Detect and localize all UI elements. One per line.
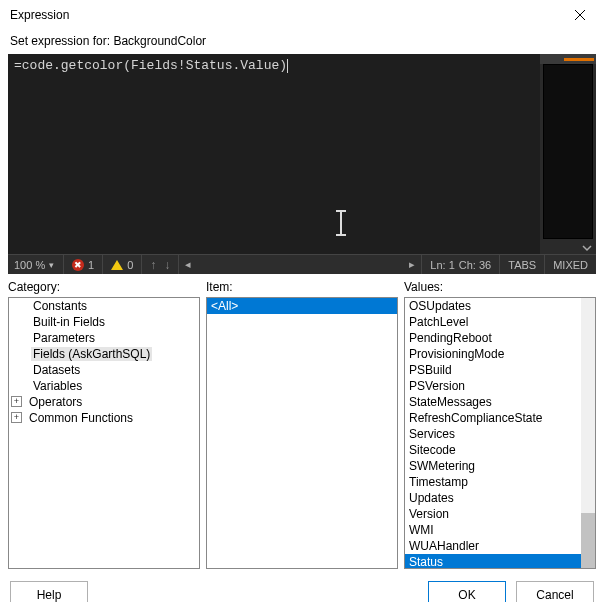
dialog-footer: Help OK Cancel xyxy=(0,573,604,602)
chevron-down-icon xyxy=(582,243,592,253)
list-item[interactable]: Sitecode xyxy=(405,442,595,458)
list-item[interactable]: PSVersion xyxy=(405,378,595,394)
nav-arrows: ↑ ↓ xyxy=(142,255,179,274)
list-item[interactable]: ProvisioningMode xyxy=(405,346,595,362)
warning-icon xyxy=(111,260,123,270)
tree-item[interactable]: Built-in Fields xyxy=(9,314,199,330)
list-item[interactable]: PSBuild xyxy=(405,362,595,378)
values-label: Values: xyxy=(404,280,596,297)
minimap xyxy=(540,54,596,254)
error-number: 1 xyxy=(88,259,94,271)
error-count[interactable]: ✖ 1 xyxy=(64,255,103,274)
scrollbar-thumb[interactable] xyxy=(581,513,595,568)
close-button[interactable] xyxy=(562,1,598,29)
window-title: Expression xyxy=(10,8,69,22)
list-item[interactable]: WMI xyxy=(405,522,595,538)
minimap-header xyxy=(540,54,596,64)
zoom-value: 100 % xyxy=(14,259,45,271)
scroll-left-icon[interactable]: ◂ xyxy=(185,258,191,271)
category-label: Category: xyxy=(8,280,200,297)
scroll-right-icon[interactable]: ▸ xyxy=(409,258,415,271)
dialog-subtitle: Set expression for: BackgroundColor xyxy=(0,30,604,54)
tree-item-label: Common Functions xyxy=(27,411,135,425)
ibeam-cursor-icon xyxy=(334,209,348,237)
error-icon: ✖ xyxy=(72,259,84,271)
editor-statusbar: 100 % ▾ ✖ 1 0 ↑ ↓ ◂ ▸ Ln: 1 Ch: 36 TABS … xyxy=(8,254,596,274)
item-column: Item: <All> xyxy=(206,280,398,569)
picker-columns: Category: ConstantsBuilt-in FieldsParame… xyxy=(0,274,604,573)
close-icon xyxy=(574,9,586,21)
line-label: Ln: 1 xyxy=(430,259,454,271)
list-item[interactable]: PatchLevel xyxy=(405,314,595,330)
cancel-button[interactable]: Cancel xyxy=(516,581,594,602)
tree-item[interactable]: Datasets xyxy=(9,362,199,378)
category-column: Category: ConstantsBuilt-in FieldsParame… xyxy=(8,280,200,569)
list-item[interactable]: Updates xyxy=(405,490,595,506)
warning-count[interactable]: 0 xyxy=(103,255,142,274)
expression-editor: =code.getcolor(Fields!Status.Value) xyxy=(8,54,596,254)
category-tree[interactable]: ConstantsBuilt-in FieldsParametersFields… xyxy=(8,297,200,569)
tree-item[interactable]: +Common Functions xyxy=(9,410,199,426)
tree-expander-icon[interactable]: + xyxy=(11,396,22,407)
tree-item[interactable]: Constants xyxy=(9,298,199,314)
list-item[interactable]: SWMetering xyxy=(405,458,595,474)
list-item[interactable]: OSUpdates xyxy=(405,298,595,314)
tabs-mode[interactable]: TABS xyxy=(500,255,545,274)
values-scrollbar[interactable] xyxy=(581,298,595,568)
col-label: Ch: 36 xyxy=(459,259,491,271)
list-item[interactable]: WUAHandler xyxy=(405,538,595,554)
zoom-control[interactable]: 100 % ▾ xyxy=(8,255,64,274)
item-list[interactable]: <All> xyxy=(206,297,398,569)
tree-item-label: Operators xyxy=(27,395,84,409)
list-item[interactable]: Status xyxy=(405,554,595,569)
values-column: Values: OSDiskFreeSpaceOSUpdatesPatchLev… xyxy=(404,280,596,569)
tree-item-label: Variables xyxy=(31,379,84,393)
list-item[interactable]: Timestamp xyxy=(405,474,595,490)
tree-item[interactable]: +Operators xyxy=(9,394,199,410)
edit-marker-icon xyxy=(564,58,594,61)
item-label: Item: xyxy=(206,280,398,297)
tree-item-label: Parameters xyxy=(31,331,97,345)
chevron-down-icon: ▾ xyxy=(49,260,54,270)
text-cursor xyxy=(287,59,288,73)
tree-item-label: Constants xyxy=(31,299,89,313)
code-area[interactable]: =code.getcolor(Fields!Status.Value) xyxy=(8,54,540,254)
list-item[interactable]: StateMessages xyxy=(405,394,595,410)
list-item[interactable]: RefreshComplianceState xyxy=(405,410,595,426)
list-item[interactable]: PendingReboot xyxy=(405,330,595,346)
values-list[interactable]: OSDiskFreeSpaceOSUpdatesPatchLevelPendin… xyxy=(404,297,596,569)
warning-number: 0 xyxy=(127,259,133,271)
help-button[interactable]: Help xyxy=(10,581,88,602)
tree-item[interactable]: Fields (AskGarthSQL) xyxy=(9,346,199,362)
cursor-position: Ln: 1 Ch: 36 xyxy=(422,255,500,274)
horizontal-scrollbar[interactable]: ◂ ▸ xyxy=(179,255,422,274)
arrow-down-icon[interactable]: ↓ xyxy=(164,258,170,272)
minimap-scroll-down[interactable] xyxy=(540,242,596,254)
titlebar: Expression xyxy=(0,0,604,30)
list-item[interactable]: Version xyxy=(405,506,595,522)
list-item[interactable]: Services xyxy=(405,426,595,442)
minimap-body[interactable] xyxy=(543,64,593,239)
tree-item[interactable]: Parameters xyxy=(9,330,199,346)
arrow-up-icon[interactable]: ↑ xyxy=(150,258,156,272)
tree-item-label: Fields (AskGarthSQL) xyxy=(31,347,152,361)
ok-button[interactable]: OK xyxy=(428,581,506,602)
list-item[interactable]: <All> xyxy=(207,298,397,314)
tree-item[interactable]: Variables xyxy=(9,378,199,394)
mixed-mode[interactable]: MIXED xyxy=(545,255,596,274)
tree-item-label: Datasets xyxy=(31,363,82,377)
code-line: =code.getcolor(Fields!Status.Value) xyxy=(14,58,534,73)
tree-expander-icon[interactable]: + xyxy=(11,412,22,423)
tree-item-label: Built-in Fields xyxy=(31,315,107,329)
